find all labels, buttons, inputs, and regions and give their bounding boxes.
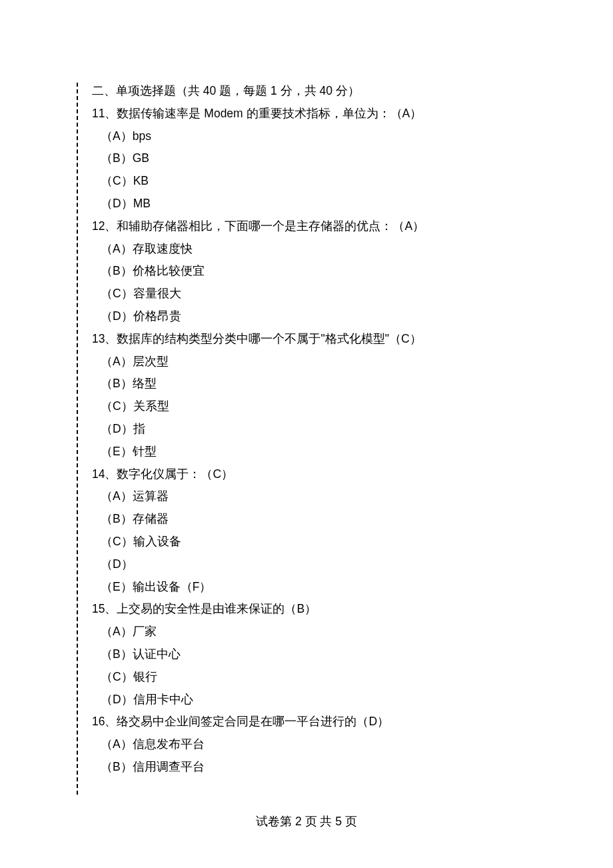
question-option: （D）信用卡中心	[92, 694, 545, 706]
question-option: （C）容量很大	[92, 288, 545, 300]
question-option: （B）存储器	[92, 513, 545, 525]
question-option: （B）GB	[92, 153, 545, 165]
question-option: （D）MB	[92, 198, 545, 210]
question-option: （A）层次型	[92, 356, 545, 368]
question-stem: 15、上交易的安全性是由谁来保证的（B）	[92, 603, 545, 615]
question-stem: 12、和辅助存储器相比，下面哪一个是主存储器的优点：（A）	[92, 221, 545, 233]
question-option: （D）价格昂贵	[92, 311, 545, 323]
question-option: （A）存取速度快	[92, 243, 545, 255]
question-option: （C）关系型	[92, 401, 545, 413]
question-option: （A）运算器	[92, 491, 545, 503]
question-option: （A）信息发布平台	[92, 739, 545, 751]
question-option: （E）输出设备（F）	[92, 581, 545, 593]
question-stem: 13、数据库的结构类型分类中哪一个不属于"格式化模型"（C）	[92, 333, 545, 345]
question-option: （C）KB	[92, 175, 545, 187]
question-option: （B）信用调查平台	[92, 761, 545, 773]
question-option: （D）	[92, 559, 545, 571]
question-option: （B）络型	[92, 378, 545, 390]
question-option: （B）价格比较便宜	[92, 265, 545, 277]
question-option: （C）输入设备	[92, 536, 545, 548]
section-header: 二、单项选择题（共 40 题，每题 1 分，共 40 分）	[92, 85, 545, 97]
question-stem: 11、数据传输速率是 Modem 的重要技术指标，单位为：（A）	[92, 108, 545, 120]
question-option: （A）bps	[92, 131, 545, 143]
question-option: （C）银行	[92, 671, 545, 683]
question-option: （B）认证中心	[92, 649, 545, 661]
question-option: （E）针型	[92, 446, 545, 458]
question-stem: 16、络交易中企业间签定合同是在哪一平台进行的（D）	[92, 716, 545, 728]
binding-dashed-line	[77, 83, 78, 795]
question-stem: 14、数字化仪属于：（C）	[92, 469, 545, 481]
question-option: （A）厂家	[92, 626, 545, 638]
page-content: 二、单项选择题（共 40 题，每题 1 分，共 40 分） 11、数据传输速率是…	[92, 85, 545, 784]
question-option: （D）指	[92, 423, 545, 435]
page-footer: 试卷第 2 页 共 5 页	[0, 813, 613, 829]
